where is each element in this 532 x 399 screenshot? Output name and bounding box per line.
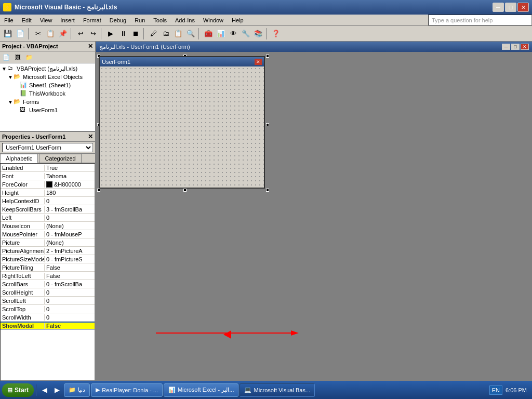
menu-file[interactable]: File [0,15,18,25]
prop-value-righttoleft: False [45,273,95,279]
taskbar-item-excel[interactable]: 📊 Microsoft Excel - البر... [164,383,239,397]
tree-vbaproject[interactable]: ▼ 🗂 VBAProject (البرنامج.xls) [1,64,94,73]
menu-debug[interactable]: Debug [105,15,130,25]
prop-value-keepscrollbars: 3 - fmScrollBa [45,206,95,212]
properties-dropdown[interactable]: UserForm1 UserForm [2,143,93,152]
handle-mr[interactable] [266,123,269,126]
prop-row-scrollbars[interactable]: ScrollBars 0 - fmScrollBa [1,280,95,288]
minimize-button[interactable]: ─ [493,3,504,12]
taskbar-forward-icon[interactable]: ▶ [51,384,63,396]
project-icon[interactable]: 🗂 [160,28,171,39]
userform-close-button[interactable]: ✕ [255,59,262,65]
prop-row-scrollleft[interactable]: ScrollLeft 0 [1,297,95,305]
prop-row-picturetiling[interactable]: PictureTiling False [1,263,95,272]
handle-br[interactable] [266,189,269,192]
close-button[interactable]: ✕ [517,3,529,12]
datacollect-icon[interactable]: 📊 [215,28,227,39]
prop-row-enabled[interactable]: Enabled True [1,164,95,172]
prop-row-scrollheight[interactable]: ScrollHeight 0 [1,288,95,297]
form-close-button[interactable]: ✕ [521,44,529,50]
objbrowse-icon[interactable]: 🔍 [185,28,196,39]
prop-value-left: 0 [45,215,95,221]
view-form-icon[interactable]: 🖼 [12,52,23,62]
callstack-icon[interactable]: 📚 [252,28,264,39]
userform-body[interactable] [100,66,264,188]
prop-row-scrollwidth[interactable]: ScrollWidth 0 [1,313,95,322]
new-icon[interactable]: 📄 [15,28,26,39]
taskbar-item-donia[interactable]: 📁 دنيا [64,383,90,397]
expand-icon-1: ▼ [1,66,7,72]
tree-thisworkbook[interactable]: 📗 ThisWorkbook [14,89,94,98]
menu-view[interactable]: View [36,15,57,25]
prop-row-height[interactable]: Height 180 [1,189,95,197]
view-code-icon[interactable]: 📄 [1,52,11,62]
prop-row-forecolor[interactable]: ForeColor &H800000 [1,180,95,189]
menu-tools[interactable]: Tools [149,15,171,25]
taskbar-item-realplayer[interactable]: ▶ RealPlayer: Donia - ... [91,383,163,397]
run-icon[interactable]: ▶ [105,28,116,39]
locvar-icon[interactable]: 🔧 [240,28,251,39]
prop-row-mousepointer[interactable]: MousePointer 0 - fmMouseP [1,230,95,238]
menu-run[interactable]: Run [130,15,149,25]
prop-row-picture[interactable]: Picture (None) [1,238,95,247]
prop-row-mouseicon[interactable]: MouseIcon (None) [1,222,95,230]
tree-userform1[interactable]: 🖼 UserForm1 [14,106,94,114]
cut-icon[interactable]: ✂ [32,28,44,39]
start-button[interactable]: ⊞ Start [2,383,34,397]
redo-icon[interactable]: ↪ [87,28,99,39]
prop-value-mousepointer: 0 - fmMouseP [45,231,95,237]
prop-row-showmodal[interactable]: ShowModal False [1,322,95,330]
forms-folder-icon: 📂 [14,98,22,105]
menu-window[interactable]: Window [199,15,228,25]
prop-value-enabled: True [45,165,95,171]
tree-excel-objects[interactable]: ▼ 📂 Microsoft Excel Objects [7,73,94,81]
title-bar-buttons: ─ □ ✕ [493,3,529,12]
tree-forms[interactable]: ▼ 📂 Forms [7,98,94,106]
toggle-folders-icon[interactable]: 📁 [24,52,34,62]
save-icon[interactable]: 💾 [2,28,14,39]
help-search-box[interactable]: Type a question for help [428,15,532,25]
maximize-button[interactable]: □ [505,3,516,12]
toolbar-separator-3 [101,28,103,39]
tab-alphabetic[interactable]: Alphabetic [0,154,38,163]
tree-sheet1[interactable]: 📊 Sheet1 (Sheet1) [14,81,94,89]
sheet-icon: 📊 [20,82,28,89]
project-close-button[interactable]: ✕ [88,43,93,50]
design-icon[interactable]: 🖊 [148,28,159,39]
taskbar-back-icon[interactable]: ◀ [39,384,50,396]
menu-insert[interactable]: Insert [56,15,79,25]
menu-edit[interactable]: Edit [18,15,36,25]
prop-row-picturesizemode[interactable]: PictureSizeMode 0 - fmPictureS [1,255,95,263]
tab-categorized[interactable]: Categorized [39,154,81,163]
help-icon[interactable]: ❓ [270,28,282,39]
properties-close-button[interactable]: ✕ [88,133,93,140]
menu-format[interactable]: Format [79,15,105,25]
watch-icon[interactable]: 👁 [228,28,239,39]
prop-row-scrolltop[interactable]: ScrollTop 0 [1,305,95,313]
handle-tr[interactable] [266,55,269,58]
props-icon[interactable]: 📋 [172,28,184,39]
handle-bm[interactable] [183,189,187,192]
form-minimize-button[interactable]: ─ [502,44,510,50]
form-maximize-button[interactable]: □ [511,44,520,50]
menu-help[interactable]: Help [228,15,248,25]
undo-icon[interactable]: ↩ [75,28,86,39]
prop-value-scrollheight: 0 [45,289,95,296]
toolbox-icon[interactable]: 🧰 [203,28,214,39]
pause-icon[interactable]: ⏸ [117,28,129,39]
prop-row-left[interactable]: Left 0 [1,214,95,222]
prop-row-picturealignment[interactable]: PictureAlignmen 2 - fmPictureA [1,247,95,255]
prop-row-helpcontextid[interactable]: HelpContextID 0 [1,197,95,205]
prop-row-font[interactable]: Font Tahoma [1,172,95,180]
menu-addins[interactable]: Add-Ins [171,15,199,25]
stop-icon[interactable]: ⏹ [130,28,141,39]
windows-icon: ⊞ [7,387,12,394]
prop-row-righttoleft[interactable]: RightToLeft False [1,272,95,280]
handle-bl[interactable] [97,189,100,192]
properties-grid: Enabled True Font Tahoma ForeColor &H800… [0,163,95,381]
paste-icon[interactable]: 📌 [57,28,69,39]
language-badge[interactable]: EN [489,385,502,395]
taskbar-item-vba[interactable]: 💻 Microsoft Visual Bas... [240,383,315,397]
prop-row-keepscrollbars[interactable]: KeepScrollBars 3 - fmScrollBa [1,205,95,214]
copy-icon[interactable]: 📋 [45,28,56,39]
